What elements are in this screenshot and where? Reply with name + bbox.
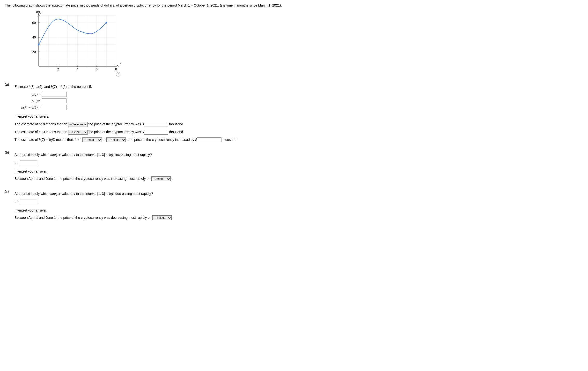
part-a-prompt: Estimate b(3), b(5), and b(7) − b(5) to … bbox=[14, 84, 583, 89]
t-b-input[interactable] bbox=[20, 160, 37, 165]
bdiff-row: b(7) − b(5)= bbox=[14, 105, 583, 110]
part-a: (a) Estimate b(3), b(5), and b(7) − b(5)… bbox=[5, 82, 583, 144]
part-c-answer: t = bbox=[14, 198, 583, 204]
svg-text:t: t bbox=[120, 62, 121, 66]
bdiff-input[interactable] bbox=[42, 105, 66, 110]
select-a-1[interactable]: ---Select--- bbox=[68, 122, 87, 127]
interpret-c-sentence: Between April 1 and June 1, the price of… bbox=[14, 215, 583, 220]
interpret-b-head: Interpret your answer. bbox=[14, 169, 583, 174]
select-c[interactable]: ---Select--- bbox=[152, 215, 172, 220]
b3-row: b(3)= bbox=[14, 91, 583, 97]
part-b-answer: t = bbox=[14, 160, 583, 165]
b5-input[interactable] bbox=[42, 98, 66, 103]
select-a-3a[interactable]: ---Select--- bbox=[83, 137, 102, 142]
part-c-label: (c) bbox=[5, 189, 14, 222]
svg-text:b(t): b(t) bbox=[36, 11, 41, 14]
price-bdiff-input[interactable] bbox=[197, 137, 221, 142]
interpret-a-head: Interpret your answers. bbox=[14, 114, 583, 119]
svg-text:8: 8 bbox=[115, 67, 117, 71]
b3-input[interactable] bbox=[42, 92, 66, 97]
chart-container: 2 4 6 8 20 40 60 t b(t) i bbox=[24, 11, 583, 76]
t-c-input[interactable] bbox=[20, 199, 37, 204]
svg-text:40: 40 bbox=[32, 35, 36, 39]
select-a-3b[interactable]: ---Select--- bbox=[106, 137, 126, 142]
part-b-prompt: At approximately which integer value of … bbox=[14, 152, 583, 158]
select-a-2[interactable]: ---Select--- bbox=[68, 130, 87, 135]
part-c-prompt: At approximately which integer value of … bbox=[14, 191, 583, 196]
svg-text:4: 4 bbox=[76, 67, 78, 71]
b5-row: b(5)= bbox=[14, 98, 583, 104]
part-b: (b) At approximately which integer value… bbox=[5, 150, 583, 184]
svg-text:2: 2 bbox=[57, 67, 59, 71]
part-b-label: (b) bbox=[5, 150, 14, 184]
interpret-b-sentence: Between April 1 and June 1, the price of… bbox=[14, 176, 583, 181]
svg-point-34 bbox=[106, 22, 107, 24]
part-a-label: (a) bbox=[5, 82, 14, 144]
interpret-a-1: The estimate of b(3) means that on ---Se… bbox=[14, 121, 583, 127]
svg-text:6: 6 bbox=[96, 67, 98, 71]
interpret-a-2: The estimate of b(5) means that on ---Se… bbox=[14, 129, 583, 135]
price-b5-input[interactable] bbox=[144, 130, 168, 135]
intro-text: The following graph shows the approximat… bbox=[5, 2, 583, 8]
select-b[interactable]: ---Select--- bbox=[151, 176, 171, 181]
svg-text:20: 20 bbox=[32, 50, 36, 54]
info-icon[interactable]: i bbox=[116, 72, 120, 76]
svg-text:60: 60 bbox=[32, 21, 36, 25]
svg-point-33 bbox=[38, 44, 40, 45]
interpret-c-head: Interpret your answer. bbox=[14, 208, 583, 213]
part-c: (c) At approximately which integer value… bbox=[5, 189, 583, 222]
price-chart: 2 4 6 8 20 40 60 t b(t) bbox=[24, 11, 121, 71]
interpret-a-3: The estimate of b(7) − b(5) means that, … bbox=[14, 137, 583, 142]
price-b3-input[interactable] bbox=[144, 122, 168, 127]
